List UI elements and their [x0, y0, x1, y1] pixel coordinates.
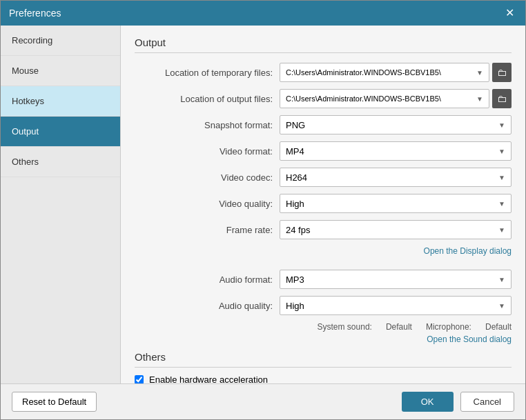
audio-format-row: Audio format: MP3 ▼: [135, 270, 512, 289]
video-quality-control: High ▼: [280, 194, 512, 213]
video-codec-arrow-icon: ▼: [498, 174, 505, 181]
frame-rate-label: Frame rate:: [135, 225, 280, 235]
frame-rate-control: 24 fps ▼: [280, 220, 512, 239]
snapshot-format-dropdown[interactable]: PNG ▼: [280, 115, 512, 134]
sidebar: Recording Mouse Hotkeys Output Others: [1, 26, 121, 383]
system-sound-label: System sound:: [318, 322, 372, 332]
video-format-control: MP4 ▼: [280, 141, 512, 161]
snapshot-format-arrow-icon: ▼: [498, 121, 505, 129]
audio-quality-control: High ▼: [280, 296, 512, 315]
sidebar-item-mouse-label: Mouse: [12, 66, 39, 76]
output-files-label: Location of output files:: [135, 94, 280, 104]
output-files-control: C:\Users\Administrator.WINDOWS-BCBV1B5\ …: [280, 89, 512, 108]
microphone-value: Default: [485, 322, 512, 332]
sidebar-item-output[interactable]: Output: [1, 117, 120, 147]
close-button[interactable]: ✕: [503, 6, 517, 20]
video-format-label: Video format:: [135, 146, 280, 157]
others-section: Others Enable hardware acceleration: [135, 351, 512, 383]
sidebar-item-output-label: Output: [12, 126, 39, 137]
reset-to-default-button[interactable]: Reset to Default: [12, 392, 97, 412]
open-sound-dialog-link[interactable]: Open the Sound dialog: [135, 334, 512, 344]
sidebar-item-others-label: Others: [12, 157, 39, 167]
temp-files-control: C:\Users\Administrator.WINDOWS-BCBV1B5\ …: [280, 63, 512, 82]
hw-accel-checkbox[interactable]: [135, 375, 144, 383]
hw-accel-label: Enable hardware acceleration: [149, 374, 268, 383]
microphone-label: Microphone:: [426, 322, 471, 332]
audio-quality-dropdown[interactable]: High ▼: [280, 296, 512, 315]
video-format-dropdown[interactable]: MP4 ▼: [280, 141, 512, 161]
temp-files-dropdown[interactable]: C:\Users\Administrator.WINDOWS-BCBV1B5\ …: [280, 63, 489, 82]
audio-quality-row: Audio quality: High ▼: [135, 296, 512, 315]
frame-rate-dropdown[interactable]: 24 fps ▼: [280, 220, 512, 239]
sidebar-item-recording-label: Recording: [12, 35, 52, 46]
output-files-arrow-icon: ▼: [476, 95, 483, 103]
snapshot-format-label: Snapshot format:: [135, 120, 280, 130]
output-files-row: Location of output files: C:\Users\Admin…: [135, 89, 512, 108]
sidebar-item-hotkeys[interactable]: Hotkeys: [1, 86, 120, 117]
sidebar-item-mouse[interactable]: Mouse: [1, 56, 120, 86]
audio-quality-label: Audio quality:: [135, 301, 280, 311]
folder-icon-2: 🗀: [497, 93, 507, 104]
video-quality-row: Video quality: High ▼: [135, 194, 512, 213]
sound-info-row: System sound: Default Microphone: Defaul…: [135, 322, 512, 332]
preferences-window: Preferences ✕ Recording Mouse Hotkeys Ou…: [0, 0, 526, 420]
frame-rate-arrow-icon: ▼: [498, 226, 505, 234]
divider: [135, 263, 512, 270]
video-quality-dropdown[interactable]: High ▼: [280, 194, 512, 213]
cancel-button[interactable]: Cancel: [460, 392, 514, 412]
bottom-bar: Reset to Default OK Cancel: [1, 383, 525, 419]
output-files-value: C:\Users\Administrator.WINDOWS-BCBV1B5\: [286, 94, 441, 103]
video-format-row: Video format: MP4 ▼: [135, 141, 512, 161]
main-content: Output Location of temporary files: C:\U…: [121, 26, 525, 383]
audio-format-control: MP3 ▼: [280, 270, 512, 289]
audio-format-arrow-icon: ▼: [498, 276, 505, 283]
sidebar-item-hotkeys-label: Hotkeys: [12, 96, 44, 106]
content-area: Recording Mouse Hotkeys Output Others Ou…: [1, 26, 525, 383]
video-quality-label: Video quality:: [135, 199, 280, 209]
audio-format-label: Audio format:: [135, 274, 280, 285]
video-format-value: MP4: [286, 146, 496, 157]
video-quality-value: High: [286, 199, 496, 209]
system-sound-value: Default: [386, 322, 412, 332]
audio-format-dropdown[interactable]: MP3 ▼: [280, 270, 512, 289]
snapshot-format-value: PNG: [286, 120, 496, 130]
video-codec-control: H264 ▼: [280, 168, 512, 187]
video-codec-row: Video codec: H264 ▼: [135, 168, 512, 187]
temp-files-row: Location of temporary files: C:\Users\Ad…: [135, 63, 512, 82]
temp-files-arrow-icon: ▼: [476, 69, 483, 77]
audio-format-value: MP3: [286, 274, 496, 285]
video-codec-dropdown[interactable]: H264 ▼: [280, 168, 512, 187]
frame-rate-row: Frame rate: 24 fps ▼: [135, 220, 512, 239]
others-section-title: Others: [135, 351, 512, 368]
open-display-dialog-link[interactable]: Open the Display dialog: [135, 246, 512, 256]
output-files-dropdown[interactable]: C:\Users\Administrator.WINDOWS-BCBV1B5\ …: [280, 89, 489, 108]
video-codec-label: Video codec:: [135, 172, 280, 183]
ok-button[interactable]: OK: [402, 392, 454, 412]
video-format-arrow-icon: ▼: [498, 148, 505, 155]
temp-files-value: C:\Users\Administrator.WINDOWS-BCBV1B5\: [286, 68, 441, 77]
title-bar: Preferences ✕: [1, 1, 525, 26]
sidebar-item-recording[interactable]: Recording: [1, 26, 120, 56]
temp-files-folder-button[interactable]: 🗀: [492, 63, 512, 82]
output-files-folder-button[interactable]: 🗀: [492, 89, 512, 108]
action-buttons: OK Cancel: [402, 392, 514, 412]
sidebar-item-others[interactable]: Others: [1, 147, 120, 177]
audio-quality-arrow-icon: ▼: [498, 302, 505, 310]
snapshot-format-control: PNG ▼: [280, 115, 512, 134]
temp-files-label: Location of temporary files:: [135, 68, 280, 78]
video-codec-value: H264: [286, 172, 496, 183]
snapshot-format-row: Snapshot format: PNG ▼: [135, 115, 512, 134]
audio-quality-value: High: [286, 301, 496, 311]
hw-accel-row: Enable hardware acceleration: [135, 374, 512, 383]
video-quality-arrow-icon: ▼: [498, 200, 505, 208]
window-title: Preferences: [9, 8, 61, 19]
frame-rate-value: 24 fps: [286, 225, 496, 235]
folder-icon: 🗀: [497, 67, 507, 78]
output-section-title: Output: [135, 37, 512, 53]
